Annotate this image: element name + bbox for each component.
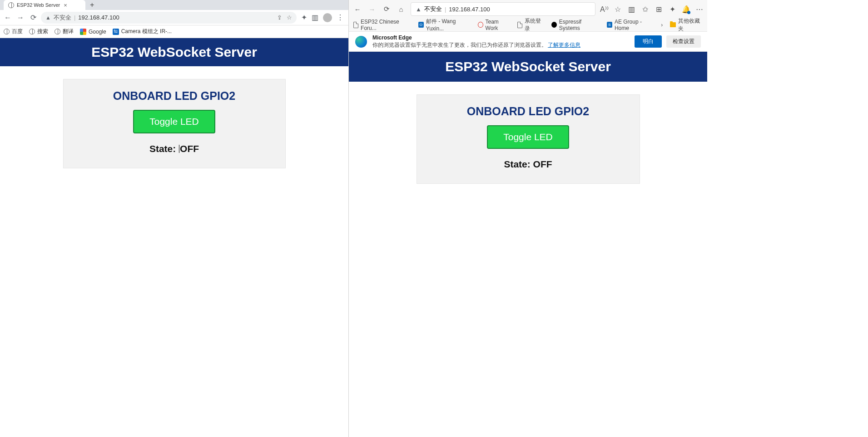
edge-info-title: Microsoft Edge bbox=[372, 34, 580, 42]
github-icon bbox=[551, 22, 557, 28]
notifications-icon[interactable]: 🔔 bbox=[682, 5, 690, 14]
page-header: ESP32 WebSocket Server bbox=[0, 38, 348, 66]
extensions-icon[interactable]: ✦ bbox=[668, 5, 676, 14]
edge-logo-icon bbox=[355, 36, 367, 48]
close-icon[interactable]: × bbox=[63, 2, 68, 9]
chrome-tab-active[interactable]: ESP32 Web Server × bbox=[4, 0, 85, 10]
bookmark-label: 其他收藏夹 bbox=[678, 17, 703, 33]
favorites-icon[interactable]: ✩ bbox=[641, 5, 649, 14]
kebab-menu-icon[interactable]: ⋮ bbox=[337, 13, 344, 22]
bookmark-espressif[interactable]: Espressif Systems bbox=[551, 19, 600, 31]
bookmark-label: 系统登录 bbox=[525, 17, 544, 33]
reload-button[interactable]: ⟳ bbox=[382, 5, 392, 13]
bookmark-other-folder[interactable]: 其他收藏夹 bbox=[670, 17, 703, 33]
bookmark-label: ESP32 Chinese Foru... bbox=[361, 19, 411, 31]
google-icon bbox=[80, 29, 86, 35]
chrome-tab-strip: ESP32 Web Server × + bbox=[0, 0, 348, 10]
bookmark-label: 搜索 bbox=[37, 28, 48, 35]
new-tab-button[interactable]: + bbox=[87, 1, 97, 9]
bookmark-star-icon[interactable]: ☆ bbox=[287, 14, 292, 21]
collections-icon[interactable]: ⊞ bbox=[655, 5, 663, 14]
text-caret bbox=[179, 145, 179, 153]
sharepoint-icon: S bbox=[607, 22, 612, 28]
bookmark-label: Camera 模组之 IR-... bbox=[121, 28, 172, 35]
bookmark-sousuo[interactable]: 搜索 bbox=[29, 28, 48, 35]
page-icon bbox=[517, 22, 522, 28]
bookmark-fanyi[interactable]: 翻译 bbox=[55, 28, 74, 35]
toggle-led-button[interactable]: Toggle LED bbox=[487, 125, 569, 149]
address-bar[interactable]: ▲ 不安全 | 192.168.47.100 ⇪ ☆ bbox=[41, 12, 297, 24]
bookmark-label: Team Work bbox=[486, 19, 510, 31]
read-aloud-icon[interactable]: A⁾⁾ bbox=[600, 5, 608, 14]
card-title: ONBOARD LED GPIO2 bbox=[73, 89, 276, 103]
globe-icon bbox=[29, 29, 35, 34]
insecure-warning-icon: ▲ bbox=[45, 15, 51, 21]
bookmarks-overflow-chevron-icon[interactable]: › bbox=[661, 22, 663, 28]
infobar-check-button[interactable]: 检查设置 bbox=[666, 35, 701, 48]
bookmark-aegroup[interactable]: SAE Group - Home bbox=[607, 19, 654, 31]
bookmark-label: Espressif Systems bbox=[559, 19, 600, 31]
edge-info-body: 你的浏览器设置似乎无意中发生了更改，我们已为你还原了浏览器设置。 bbox=[372, 42, 547, 49]
infobar-ok-button[interactable]: 明白 bbox=[635, 35, 662, 48]
address-url: 192.168.47.100 bbox=[78, 14, 119, 21]
chrome-bookmarks-bar: 百度 搜索 翻译 Google 知Camera 模组之 IR-... bbox=[0, 25, 348, 38]
home-button[interactable]: ⌂ bbox=[396, 5, 406, 13]
bookmark-baidu[interactable]: 百度 bbox=[4, 28, 23, 35]
folder-icon bbox=[670, 22, 676, 27]
chrome-window: ESP32 Web Server × + ← → ⟳ ▲ 不安全 | 192.1… bbox=[0, 0, 349, 437]
edge-bookmarks-bar: ESP32 Chinese Foru... O邮件 - Wang Yuxin..… bbox=[349, 18, 707, 32]
extensions-icon[interactable]: ✦ bbox=[301, 13, 307, 22]
edge-toolbar: ← → ⟳ ⌂ ▲ 不安全 | 192.168.47.100 A⁾⁾ ☆ ▥ ✩… bbox=[349, 0, 707, 18]
state-label: State: bbox=[504, 159, 533, 169]
bookmark-camera[interactable]: 知Camera 模组之 IR-... bbox=[113, 28, 172, 35]
bookmark-mail[interactable]: O邮件 - Wang Yuxin... bbox=[418, 18, 471, 32]
settings-menu-icon[interactable]: ⋯ bbox=[695, 5, 704, 14]
back-button[interactable]: ← bbox=[352, 5, 362, 13]
bookmark-syslogin[interactable]: 系统登录 bbox=[517, 17, 544, 33]
teamwork-icon bbox=[478, 22, 483, 28]
chrome-tab-title: ESP32 Web Server bbox=[17, 2, 60, 8]
page-icon bbox=[353, 22, 358, 28]
insecure-warning-icon: ▲ bbox=[416, 6, 422, 13]
toggle-led-button[interactable]: Toggle LED bbox=[133, 110, 215, 133]
reload-button[interactable]: ⟳ bbox=[28, 13, 38, 23]
forward-button[interactable]: → bbox=[367, 5, 377, 13]
outlook-icon: O bbox=[418, 22, 424, 28]
back-button[interactable]: ← bbox=[3, 13, 13, 23]
led-control-card: ONBOARD LED GPIO2 Toggle LED State: OFF bbox=[417, 94, 640, 184]
bookmark-teamwork[interactable]: Team Work bbox=[478, 19, 510, 31]
card-title: ONBOARD LED GPIO2 bbox=[426, 105, 630, 118]
edge-info-text: Microsoft Edge 你的浏览器设置似乎无意中发生了更改，我们已为你还原… bbox=[372, 34, 580, 49]
bookmark-label: Google bbox=[89, 29, 106, 35]
edge-info-bar: Microsoft Edge 你的浏览器设置似乎无意中发生了更改，我们已为你还原… bbox=[349, 32, 707, 52]
bookmark-esp32-forum[interactable]: ESP32 Chinese Foru... bbox=[353, 19, 411, 31]
led-control-card: ONBOARD LED GPIO2 Toggle LED State: OFF bbox=[63, 79, 286, 168]
edge-toolbar-icons: A⁾⁾ ☆ ▥ ✩ ⊞ ✦ 🔔 ⋯ bbox=[600, 5, 704, 14]
share-icon[interactable]: ⇪ bbox=[277, 14, 282, 21]
bookmark-google[interactable]: Google bbox=[80, 29, 106, 35]
edge-window: ← → ⟳ ⌂ ▲ 不安全 | 192.168.47.100 A⁾⁾ ☆ ▥ ✩… bbox=[349, 0, 707, 437]
forward-button[interactable]: → bbox=[15, 13, 25, 23]
bookmark-label: 百度 bbox=[12, 28, 23, 35]
chrome-page-content: ESP32 WebSocket Server ONBOARD LED GPIO2… bbox=[0, 38, 348, 437]
favorites-star-icon[interactable]: ☆ bbox=[614, 5, 622, 14]
globe-icon bbox=[8, 2, 14, 8]
split-screen-icon[interactable]: ▥ bbox=[627, 5, 635, 14]
address-bar[interactable]: ▲ 不安全 | 192.168.47.100 bbox=[411, 2, 595, 16]
state-value: OFF bbox=[180, 143, 199, 154]
insecure-label: 不安全 bbox=[424, 5, 442, 13]
bookmark-label: AE Group - Home bbox=[615, 19, 654, 31]
panel-icon[interactable]: ▥ bbox=[312, 13, 318, 22]
state-text: State: OFF bbox=[73, 143, 276, 154]
edge-page-content: ESP32 WebSocket Server ONBOARD LED GPIO2… bbox=[349, 52, 707, 437]
chrome-toolbar: ← → ⟳ ▲ 不安全 | 192.168.47.100 ⇪ ☆ ✦ ▥ ⋮ bbox=[0, 10, 348, 25]
page-header: ESP32 WebSocket Server bbox=[349, 52, 707, 82]
globe-icon bbox=[55, 29, 60, 34]
state-text: State: OFF bbox=[426, 159, 630, 170]
edge-info-link[interactable]: 了解更多信息 bbox=[548, 42, 580, 49]
address-separator: | bbox=[74, 14, 75, 21]
zhihu-icon: 知 bbox=[113, 29, 119, 35]
bookmark-label: 邮件 - Wang Yuxin... bbox=[426, 18, 471, 32]
profile-avatar[interactable] bbox=[323, 13, 332, 22]
globe-icon bbox=[4, 29, 10, 34]
